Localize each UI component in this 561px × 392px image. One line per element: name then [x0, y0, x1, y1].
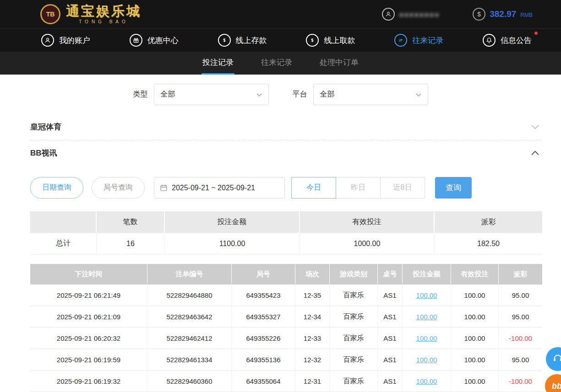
balance-currency: RMB	[520, 12, 533, 18]
date-range-input[interactable]: 2025-09-21 ~ 2025-09-21	[154, 177, 285, 199]
col-header-bet-id: 注单编号	[147, 264, 232, 285]
cell-valid-bet: 100.00	[451, 328, 499, 349]
col-header-session: 场次	[295, 264, 330, 285]
bet-amount-link[interactable]: 100.00	[403, 371, 451, 392]
cell-bet-time: 2025-09-21 06:20:32	[30, 328, 147, 349]
nav-item-promotions[interactable]: 优惠中心	[130, 34, 179, 47]
cell-table-no: AS1	[378, 371, 403, 392]
gift-icon	[130, 34, 142, 47]
cell-bet-id: 522829462412	[147, 328, 232, 349]
chevron-down-icon	[416, 91, 421, 99]
bet-amount-link[interactable]: 100.00	[403, 349, 451, 371]
logo-title: 通宝娱乐城	[66, 5, 142, 18]
type-select-value: 全部	[161, 90, 175, 99]
cell-game-type: 百家乐	[330, 349, 378, 371]
username-masked: ●●●●●●●●	[399, 11, 440, 18]
nav-item-my-account[interactable]: 我的账户	[41, 34, 90, 47]
nav-item-label: 优惠中心	[147, 35, 179, 46]
summary-header-bet: 投注金额	[165, 211, 300, 233]
tab-transaction-records[interactable]: 往来记录	[260, 52, 293, 75]
cell-bet-time: 2025-09-21 06:21:49	[30, 285, 147, 306]
bet-amount-link[interactable]: 100.00	[403, 328, 451, 349]
cell-payout: 95.00	[499, 285, 542, 306]
logo-subtitle: TONG BAO	[66, 19, 142, 24]
cell-session: 12-34	[295, 306, 330, 328]
section-bb-video: BB视讯 日期查询 局号查询 2025-09-21 ~ 2025-09-21 今…	[30, 140, 542, 392]
nav-item-deposit[interactable]: 线上存款	[218, 34, 267, 47]
topbar: TB 通宝娱乐城 TONG BAO ●●●●●●●● $ 382.97 RMB	[0, 0, 561, 28]
cell-game-type: 百家乐	[330, 371, 378, 392]
nav-item-label: 信息公告	[501, 35, 532, 46]
round-query-button[interactable]: 局号查询	[92, 177, 145, 199]
col-header-game-type: 游戏类别	[330, 264, 378, 285]
section-header-bb[interactable]: BB视讯	[30, 140, 542, 166]
summary-header-empty	[30, 211, 97, 233]
user-account[interactable]: ●●●●●●●●	[382, 8, 440, 21]
headset-icon	[552, 353, 561, 365]
search-button[interactable]: 查询	[435, 177, 472, 199]
chevron-down-icon[interactable]	[531, 123, 539, 131]
bet-table: 下注时间 注单编号 局号 场次 游戏类别 桌号 投注金额 有效投注 派彩 202…	[30, 264, 542, 392]
last8days-button[interactable]: 近8日	[380, 177, 425, 199]
section-header-crown[interactable]: 皇冠体育	[30, 114, 542, 140]
col-header-table-no: 桌号	[378, 264, 403, 285]
balance-amount: 382.97	[490, 9, 516, 19]
platform-filter: 平台 全部	[293, 84, 428, 105]
summary-count-value: 16	[97, 233, 165, 255]
main-content: 皇冠体育 BB视讯 日期查询 局号查询 2025-09-21 ~ 2025-09…	[30, 114, 542, 392]
today-button[interactable]: 今日	[291, 177, 336, 199]
cell-bet-id: 522829460360	[147, 371, 232, 392]
cell-bet-id: 522829463642	[147, 306, 232, 328]
cell-round-no: 649355136	[232, 349, 295, 371]
bet-amount-link[interactable]: 100.00	[403, 285, 451, 306]
nav-item-withdraw[interactable]: 线上取款	[306, 34, 355, 47]
type-select[interactable]: 全部	[154, 84, 269, 105]
bb-service-button[interactable]: bb	[545, 374, 561, 392]
yesterday-button[interactable]: 昨日	[336, 177, 381, 199]
customer-service-button[interactable]	[546, 347, 561, 371]
type-filter: 类型 全部	[133, 84, 269, 105]
summary-bet-value: 1100.00	[165, 233, 300, 255]
chevron-down-icon	[256, 91, 262, 99]
chevron-up-icon[interactable]	[531, 149, 539, 157]
logo[interactable]: TB 通宝娱乐城 TONG BAO	[40, 4, 142, 24]
query-toolbar: 日期查询 局号查询 2025-09-21 ~ 2025-09-21 今日 昨日 …	[30, 177, 542, 199]
cell-valid-bet: 100.00	[451, 285, 499, 306]
cell-payout: -100.00	[499, 328, 542, 349]
cell-table-no: AS1	[378, 349, 403, 371]
date-range-value: 2025-09-21 ~ 2025-09-21	[172, 184, 255, 192]
cell-payout: 95.00	[499, 349, 542, 371]
col-header-valid-bet: 有效投注	[451, 264, 499, 285]
cell-game-type: 百家乐	[330, 306, 378, 328]
withdraw-icon	[306, 34, 319, 47]
cell-session: 12-33	[295, 328, 330, 349]
cell-game-type: 百家乐	[330, 328, 378, 349]
nav-item-label: 我的账户	[59, 35, 90, 46]
summary-header-payout: 派彩	[435, 211, 542, 233]
cell-payout: 95.00	[499, 306, 542, 328]
platform-select[interactable]: 全部	[313, 84, 428, 105]
col-header-bet-time: 下注时间	[30, 264, 147, 285]
calendar-icon	[160, 184, 168, 192]
balance: $ 382.97 RMB	[473, 8, 533, 21]
summary-payout-value: 182.50	[435, 233, 542, 255]
nav-item-announcements[interactable]: 信息公告	[483, 34, 532, 47]
records-icon	[394, 34, 407, 47]
nav-item-label: 线上存款	[236, 35, 267, 46]
cell-valid-bet: 100.00	[451, 371, 499, 392]
cell-valid-bet: 100.00	[451, 306, 499, 328]
nav-item-transaction-records[interactable]: 往来记录	[394, 34, 443, 47]
summary-header-count: 笔数	[97, 211, 165, 233]
cell-round-no: 649355064	[232, 371, 295, 392]
bet-amount-link[interactable]: 100.00	[403, 306, 451, 328]
cell-round-no: 649355226	[232, 328, 295, 349]
col-header-payout: 派彩	[499, 264, 542, 285]
deposit-icon	[218, 34, 231, 47]
cell-session: 12-31	[295, 371, 330, 392]
tab-pending-orders[interactable]: 处理中订单	[319, 52, 359, 75]
date-query-button[interactable]: 日期查询	[30, 177, 83, 199]
tab-bet-records[interactable]: 投注记录	[202, 52, 234, 75]
user-icon	[382, 8, 395, 21]
platform-select-value: 全部	[320, 90, 335, 99]
cell-table-no: AS1	[378, 306, 403, 328]
